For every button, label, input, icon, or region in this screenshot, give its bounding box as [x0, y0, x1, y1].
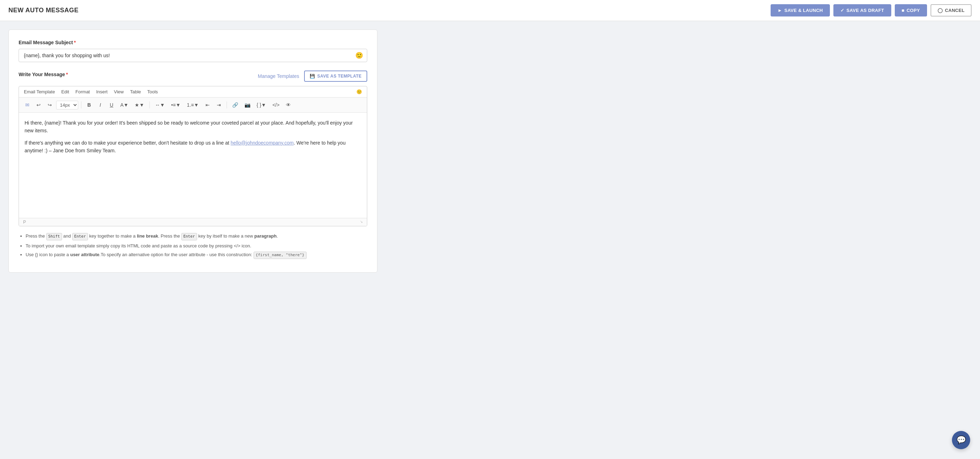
- header: NEW AUTO MESSAGE ► SAVE & LAUNCH ✓ SAVE …: [0, 0, 980, 21]
- editor-toolbar: ✉ ↩ ↪ 14px 10px 12px 16px 18px 24px B I …: [19, 97, 367, 113]
- save-launch-button[interactable]: ► SAVE & LAUNCH: [771, 4, 830, 16]
- manage-templates-link[interactable]: Manage Templates: [258, 73, 299, 79]
- hint-line-break: Press the Shift and Enter key together t…: [25, 233, 367, 241]
- toolbar-separator-2: [150, 101, 150, 108]
- font-size-select[interactable]: 14px 10px 12px 16px 18px 24px: [56, 101, 78, 110]
- align-button[interactable]: ↔▼: [153, 100, 167, 110]
- subject-label: Email Message Subject*: [19, 40, 367, 45]
- underline-button[interactable]: U: [107, 100, 116, 110]
- redo-button[interactable]: ↪: [45, 100, 55, 110]
- highlight-button[interactable]: ★▼: [132, 100, 146, 110]
- editor-paragraph-2: If there's anything we can do to make yo…: [25, 139, 361, 155]
- message-label: Write Your Message*: [19, 72, 68, 77]
- bold-button[interactable]: B: [84, 100, 94, 110]
- hint-linebreak-bold: line break: [137, 233, 158, 239]
- hint-user-attribute: Use {} icon to paste a user attribute.To…: [25, 251, 367, 259]
- image-button[interactable]: 📷: [242, 100, 253, 110]
- toolbar-separator-3: [227, 101, 227, 108]
- page-title: NEW AUTO MESSAGE: [8, 7, 79, 14]
- editor-statusbar: P ↘: [19, 218, 367, 226]
- copy-icon: ■: [902, 8, 905, 13]
- cancel-icon: ◯: [937, 8, 943, 13]
- send-icon: ►: [778, 8, 782, 13]
- editor-menubar: Email Template Edit Format Insert View T…: [19, 86, 367, 97]
- hint-paragraph-bold: paragraph: [254, 233, 277, 239]
- kbd-enter-2: Enter: [181, 233, 197, 241]
- subject-emoji-button[interactable]: 🙂: [355, 52, 363, 59]
- outdent-button[interactable]: ⇤: [203, 100, 213, 110]
- copy-button[interactable]: ■ COPY: [895, 4, 927, 16]
- save-as-template-button[interactable]: 💾 SAVE AS TEMPLATE: [304, 70, 367, 82]
- draft-icon: ✓: [840, 8, 844, 13]
- email-editor: Email Template Edit Format Insert View T…: [19, 86, 367, 226]
- preview-button[interactable]: 👁: [283, 100, 293, 110]
- menu-email-template[interactable]: Email Template: [24, 89, 55, 94]
- header-actions: ► SAVE & LAUNCH ✓ SAVE AS DRAFT ■ COPY ◯…: [771, 4, 972, 16]
- hint-import-template: To import your own email template simply…: [25, 242, 367, 250]
- save-template-icon: 💾: [310, 74, 315, 79]
- kbd-shift: Shift: [46, 233, 62, 241]
- menu-table[interactable]: Table: [130, 89, 141, 94]
- menu-view[interactable]: View: [114, 89, 124, 94]
- form-card: Email Message Subject* 🙂 Write Your Mess…: [8, 29, 377, 273]
- subject-input-wrap: 🙂: [19, 49, 367, 62]
- italic-button[interactable]: I: [95, 100, 105, 110]
- toolbar-separator-1: [81, 101, 81, 108]
- undo-button[interactable]: ↩: [34, 100, 43, 110]
- subject-required: *: [74, 40, 76, 45]
- menu-edit[interactable]: Edit: [61, 89, 69, 94]
- main-content: Email Message Subject* 🙂 Write Your Mess…: [0, 21, 386, 281]
- kbd-enter-1: Enter: [72, 233, 88, 241]
- email-link[interactable]: hello@johndoecompany.com: [231, 140, 294, 146]
- menu-insert[interactable]: Insert: [96, 89, 108, 94]
- hint-code-snippet: {first_name, "there"}: [254, 252, 307, 259]
- message-header: Write Your Message* Manage Templates 💾 S…: [19, 70, 367, 82]
- resize-handle[interactable]: ↘: [360, 220, 363, 225]
- cancel-button[interactable]: ◯ CANCEL: [931, 4, 972, 16]
- message-required: *: [66, 72, 68, 77]
- menu-tools[interactable]: Tools: [147, 89, 158, 94]
- hints-section: Press the Shift and Enter key together t…: [19, 233, 367, 259]
- message-actions: Manage Templates 💾 SAVE AS TEMPLATE: [258, 70, 367, 82]
- indent-button[interactable]: ⇥: [214, 100, 224, 110]
- ordered-list-button[interactable]: 1.≡▼: [185, 100, 201, 110]
- subject-input[interactable]: [19, 49, 367, 62]
- font-color-button[interactable]: A▼: [118, 100, 131, 110]
- editor-paragraph-1: Hi there, {name}! Thank you for your ord…: [25, 119, 361, 135]
- variable-button[interactable]: { }▼: [254, 100, 269, 110]
- link-button[interactable]: 🔗: [230, 100, 240, 110]
- editor-tag: P: [23, 220, 26, 225]
- hint-user-attr-bold: user attribute: [70, 252, 99, 257]
- save-draft-button[interactable]: ✓ SAVE AS DRAFT: [834, 4, 891, 16]
- email-format-button[interactable]: ✉: [22, 100, 32, 110]
- menubar-emoji-button[interactable]: 🙂: [356, 89, 362, 94]
- source-code-button[interactable]: </>: [270, 100, 282, 110]
- menu-format[interactable]: Format: [75, 89, 90, 94]
- unordered-list-button[interactable]: •≡▼: [169, 100, 183, 110]
- editor-body[interactable]: Hi there, {name}! Thank you for your ord…: [19, 113, 367, 218]
